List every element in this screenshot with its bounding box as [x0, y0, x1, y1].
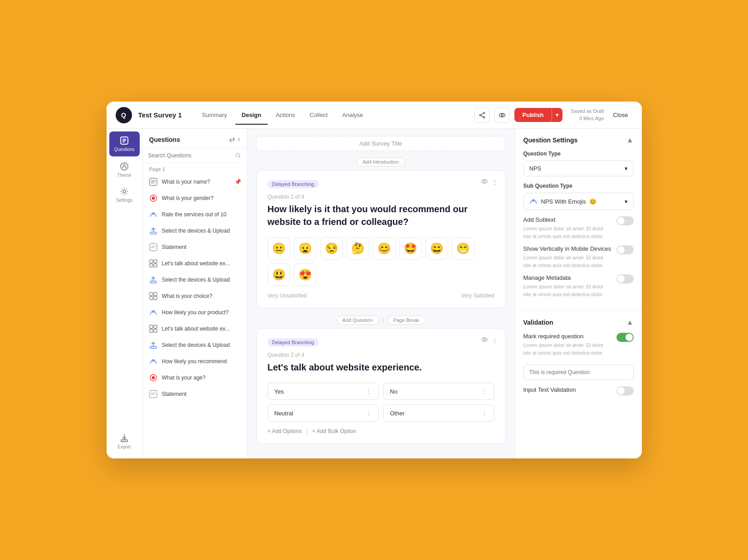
option-yes[interactable]: Yes ⋮ [268, 383, 379, 400]
q-item-5[interactable]: Let's talk about website ex... [143, 255, 247, 272]
svg-point-11 [121, 163, 128, 170]
option-no-dots[interactable]: ⋮ [481, 388, 488, 395]
emoji-4[interactable]: 😊 [373, 237, 396, 260]
q-item-text-12: What is your age? [162, 375, 241, 381]
app-logo[interactable]: Q [116, 107, 132, 123]
add-intro-button[interactable]: Add Introduction [357, 157, 405, 166]
preview-icon[interactable] [494, 107, 510, 123]
q-item-0[interactable]: What is your name? 📌 [143, 174, 247, 190]
option-neutral-dots[interactable]: ⋮ [366, 409, 372, 417]
page-break-button[interactable]: Page Break [387, 316, 425, 325]
shuffle-icon[interactable]: ⇄ [229, 135, 235, 144]
more-icon-1[interactable]: ⋮ [492, 179, 498, 186]
q-item-13[interactable]: Statement [143, 386, 247, 402]
emoji-9[interactable]: 😍 [294, 263, 317, 286]
q-icon-text [148, 177, 158, 187]
svg-line-15 [239, 156, 240, 158]
add-survey-title[interactable]: Add Survey Title [256, 136, 506, 151]
emoji-1[interactable]: 😦 [294, 237, 317, 260]
options-sep: | [306, 428, 308, 434]
add-options-btn[interactable]: + Add Options [268, 428, 302, 434]
required-toggle[interactable] [616, 333, 634, 342]
visibility-icon-2[interactable] [481, 336, 488, 345]
tab-analyse[interactable]: Analyse [336, 109, 369, 121]
publish-button[interactable]: Publish [514, 108, 552, 122]
more-icon-2[interactable]: ⋮ [492, 337, 498, 344]
rp-required-label: Mark required question [523, 333, 612, 340]
q-item-11[interactable]: How likely you recommend [143, 353, 247, 370]
option-no[interactable]: No ⋮ [383, 383, 494, 400]
svg-point-50 [481, 338, 487, 341]
q-item-3[interactable]: Select the devices & Upload [143, 223, 247, 239]
q-item-7[interactable]: What is your choice? [143, 288, 247, 304]
collapse-icon[interactable]: ‹ [238, 135, 240, 144]
emoji-8[interactable]: 😃 [268, 263, 290, 286]
svg-rect-23 [150, 232, 156, 234]
emoji-0[interactable]: 😐 [268, 237, 290, 260]
card-actions-2: ⋮ [481, 336, 498, 345]
q-item-2[interactable]: Rate the services out of 10 [143, 206, 247, 223]
sidebar-item-settings[interactable]: Settings [107, 182, 142, 207]
add-bulk-btn[interactable]: + Add Bulk Option [312, 428, 356, 434]
required-question-input[interactable] [523, 365, 634, 380]
questions-header: Questions ⇄ ‹ [143, 129, 247, 149]
rp-subtype-with-icon: NPS With Emojis 😊 [529, 197, 625, 205]
add-question-button[interactable]: Add Question [337, 316, 379, 325]
footer-sep: | [382, 317, 384, 323]
q-item-9[interactable]: Let's talk about website ex... [143, 321, 247, 337]
right-panel: Question Settings ▲ Question Type NPS ▾ … [515, 129, 642, 458]
rp-collapse-icon[interactable]: ▲ [626, 136, 634, 144]
rp-subtext-text: Add Subtext Lorem ipsum dolor sit amet. … [523, 216, 612, 240]
visibility-icon-1[interactable] [481, 178, 488, 186]
validation-collapse-icon[interactable]: ▲ [626, 318, 634, 326]
option-other[interactable]: Other ⋮ [383, 404, 494, 422]
emoji-5[interactable]: 🤩 [399, 237, 422, 260]
emoji-2[interactable]: 😒 [320, 237, 343, 260]
rp-subtype-select[interactable]: NPS With Emojis 😊 ▾ [523, 193, 634, 210]
emoji-7[interactable]: 😁 [452, 237, 474, 260]
tab-collect[interactable]: Collect [303, 109, 334, 121]
page-label: Page 1 [143, 163, 247, 174]
option-yes-dots[interactable]: ⋮ [366, 388, 372, 395]
q-item-1[interactable]: What is your gender? [143, 190, 247, 206]
q-item-8[interactable]: How likely you our product? [143, 304, 247, 321]
q-icon-nps [148, 209, 158, 219]
search-input[interactable] [148, 152, 235, 159]
svg-rect-34 [150, 297, 153, 300]
input-validation-toggle[interactable] [616, 386, 634, 395]
meta-toggle[interactable] [616, 274, 634, 283]
tab-design[interactable]: Design [235, 109, 268, 121]
q-item-10[interactable]: Select the devices & Upload [143, 337, 247, 353]
sidebar-item-questions[interactable]: Questions [109, 131, 140, 156]
share-icon[interactable] [474, 107, 490, 123]
main-content: Add Survey Title Add Introduction Delaye… [247, 129, 515, 458]
tab-actions[interactable]: Actions [269, 109, 302, 121]
svg-rect-33 [154, 292, 157, 296]
questions-list: What is your name? 📌 What is your gender… [143, 174, 247, 458]
emoji-3[interactable]: 🤔 [347, 237, 369, 260]
q-icon-statement [148, 242, 158, 252]
rp-input-validation-row: Input Text Validation [523, 386, 634, 395]
q-item-4[interactable]: Statement [143, 239, 247, 255]
q-item-6[interactable]: Select the devices & Upload [143, 272, 247, 288]
svg-rect-31 [150, 281, 156, 283]
close-button[interactable]: Close [608, 109, 632, 121]
option-neutral[interactable]: Neutral ⋮ [268, 404, 379, 422]
publish-dropdown-arrow[interactable]: ▾ [552, 108, 562, 122]
tab-summary[interactable]: Summary [196, 109, 234, 121]
subtext-toggle[interactable] [616, 216, 634, 225]
rp-subtype-label: Sub Question Type [523, 183, 634, 189]
sidebar-item-export[interactable]: Export [107, 429, 142, 454]
validation-title: Validation [523, 319, 553, 326]
vertical-toggle[interactable] [616, 245, 634, 254]
sidebar-item-theme[interactable]: Theme [107, 157, 142, 182]
q-number-2: Question 2 of 4 [268, 352, 494, 358]
q-item-12[interactable]: What is your age? [143, 370, 247, 386]
svg-rect-13 [121, 440, 127, 442]
option-other-dots[interactable]: ⋮ [481, 409, 488, 417]
emoji-6[interactable]: 😄 [425, 237, 448, 260]
svg-rect-45 [150, 390, 157, 398]
rp-qtype-select[interactable]: NPS ▾ [523, 161, 634, 176]
rp-required-text: Mark required question Lorem ipsum dolor… [523, 333, 612, 356]
q-item-text-4: Statement [162, 244, 241, 250]
